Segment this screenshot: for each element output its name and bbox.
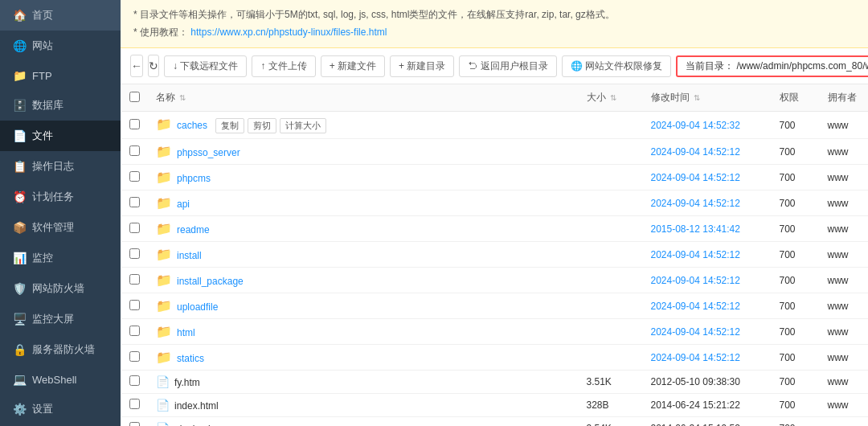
table-row: 📁phpsso_server2024-09-04 14:52:12700www [121, 139, 868, 165]
notice-line2-prefix: * 使用教程： [133, 27, 188, 38]
table-row: 📁install_package2024-09-04 14:52:12700ww… [121, 268, 868, 293]
file-time: 2024-09-04 14:52:12 [643, 190, 772, 216]
sidebar-item-oplog[interactable]: 📋 操作日志 [0, 151, 121, 182]
bigscreen-icon: 🖥️ [13, 313, 26, 326]
sidebar-item-firewall[interactable]: 🛡️ 网站防火墙 [0, 273, 121, 304]
row-checkbox[interactable] [129, 399, 140, 409]
file-name[interactable]: phpcms [177, 173, 211, 184]
website-icon: 🌐 [13, 39, 26, 52]
sidebar-label-home: 首页 [32, 8, 53, 23]
table-row: 📄fy.htm3.51K2012-05-10 09:38:30700www [121, 371, 868, 394]
firewall-icon: 🛡️ [13, 282, 26, 295]
new-file-button[interactable]: + 新建文件 [321, 55, 385, 77]
sidebar-item-software[interactable]: 📦 软件管理 [0, 212, 121, 243]
header-name[interactable]: 名称 ⇅ [148, 84, 579, 112]
table-row: 📁caches复制剪切计算大小2024-09-04 14:52:32700www [121, 112, 868, 139]
sidebar-item-files[interactable]: 📄 文件 [0, 121, 121, 151]
file-name[interactable]: readme [177, 224, 210, 236]
file-name[interactable]: caches [177, 120, 207, 131]
settings-icon: ⚙️ [13, 403, 26, 416]
file-size [579, 112, 643, 139]
upload-button[interactable]: ↑ 文件上传 [252, 55, 315, 77]
row-action-button[interactable]: 复制 [215, 118, 244, 133]
row-checkbox[interactable] [129, 171, 140, 182]
file-name[interactable]: phpsso_server [177, 147, 240, 158]
file-size: 3.51K [579, 371, 643, 394]
file-name[interactable]: statics [177, 353, 204, 364]
row-checkbox[interactable] [129, 422, 140, 426]
file-time: 2014-06-24 15:21:22 [643, 394, 772, 417]
sidebar-item-database[interactable]: 🗄️ 数据库 [0, 90, 121, 121]
file-perm: 700 [772, 394, 820, 417]
row-checkbox[interactable] [129, 274, 140, 285]
row-checkbox[interactable] [129, 145, 140, 156]
file-name[interactable]: install_package [177, 276, 244, 287]
sidebar-item-ftp[interactable]: 📁 FTP [0, 61, 121, 90]
file-time: 2024-09-04 14:52:12 [643, 319, 772, 345]
row-checkbox[interactable] [129, 119, 140, 129]
row-action-button[interactable]: 剪切 [248, 118, 276, 133]
row-checkbox[interactable] [129, 248, 140, 259]
notice-link[interactable]: https://www.xp.cn/phpstudy-linux/files-f… [190, 27, 387, 38]
row-checkbox[interactable] [129, 300, 140, 310]
sidebar-item-serverfirewall[interactable]: 🔒 服务器防火墙 [0, 334, 121, 365]
file-owner: www [820, 268, 868, 293]
new-dir-button[interactable]: + 新建目录 [390, 55, 454, 77]
current-path-label: 当前目录： [686, 60, 734, 72]
file-size [579, 345, 643, 371]
row-checkbox[interactable] [129, 197, 140, 207]
sidebar-item-home[interactable]: 🏠 首页 [0, 0, 121, 31]
toolbar: ← ↻ ↓ 下载远程文件 ↑ 文件上传 + 新建文件 + 新建目录 ⮌ 返回用户… [121, 48, 868, 84]
oplog-icon: 📋 [13, 160, 26, 173]
ftp-icon: 📁 [13, 69, 26, 82]
file-owner: www [820, 112, 868, 139]
row-checkbox[interactable] [129, 326, 140, 336]
sidebar-label-ftp: FTP [32, 70, 52, 82]
header-time[interactable]: 修改时间 ⇅ [643, 84, 772, 112]
back-button[interactable]: ← [130, 55, 143, 77]
sidebar-item-webshell[interactable]: 💻 WebShell [0, 365, 121, 394]
refresh-button[interactable]: ↻ [148, 55, 159, 77]
header-owner: 拥有者 [820, 84, 868, 112]
file-owner: www [820, 139, 868, 165]
sidebar-item-settings[interactable]: ⚙️ 设置 [0, 394, 121, 424]
table-row: 📁statics2024-09-04 14:52:12700www [121, 345, 868, 371]
file-owner: www [820, 293, 868, 319]
file-name: fy.htm [174, 377, 200, 388]
software-icon: 📦 [13, 221, 26, 234]
header-check[interactable] [121, 84, 149, 112]
file-size [579, 165, 643, 190]
select-all-checkbox[interactable] [129, 92, 140, 102]
sidebar-label-database: 数据库 [32, 98, 63, 113]
return-user-button[interactable]: ⮌ 返回用户根目录 [459, 55, 556, 77]
file-owner: www [820, 345, 868, 371]
file-name[interactable]: uploadfile [177, 301, 218, 313]
permission-button[interactable]: 🌐 网站文件权限修复 [562, 55, 671, 77]
file-size [579, 319, 643, 345]
file-size: 328B [579, 394, 643, 417]
table-row: 📁api2024-09-04 14:52:12700www [121, 190, 868, 216]
file-owner: www [820, 190, 868, 216]
row-checkbox[interactable] [129, 375, 140, 386]
sidebar-label-firewall: 网站防火墙 [32, 281, 84, 296]
row-checkbox[interactable] [129, 223, 140, 233]
file-size [579, 216, 643, 242]
file-name[interactable]: html [177, 327, 195, 338]
file-size [579, 190, 643, 216]
download-remote-button[interactable]: ↓ 下载远程文件 [164, 55, 247, 77]
row-checkbox[interactable] [129, 351, 140, 362]
sidebar-item-bigscreen[interactable]: 🖥️ 监控大屏 [0, 304, 121, 334]
row-action-button[interactable]: 计算大小 [280, 118, 326, 133]
sidebar-item-website[interactable]: 🌐 网站 [0, 31, 121, 61]
sidebar-item-cron[interactable]: ⏰ 计划任务 [0, 182, 121, 212]
file-time: 2024-09-04 14:52:12 [643, 345, 772, 371]
folder-icon: 📁 [156, 325, 172, 338]
header-size[interactable]: 大小 ⇅ [579, 84, 643, 112]
table-row: 📄index.html328B2014-06-24 15:21:22700www [121, 394, 868, 417]
file-time: 2024-09-04 14:52:32 [643, 112, 772, 139]
file-perm: 700 [772, 293, 820, 319]
file-name[interactable]: install [177, 250, 202, 261]
table-row: 📁readme2015-08-12 13:41:42700www [121, 216, 868, 242]
sidebar-item-monitor[interactable]: 📊 监控 [0, 243, 121, 273]
file-name[interactable]: api [177, 199, 190, 210]
